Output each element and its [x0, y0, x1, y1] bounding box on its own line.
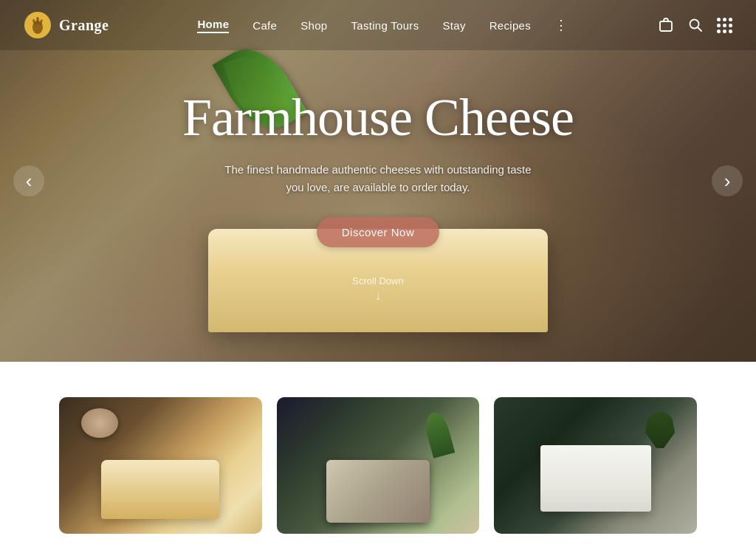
- product-cards-section: [0, 397, 756, 550]
- hero-content: Farmhouse Cheese The finest handmade aut…: [0, 0, 756, 362]
- product-card-2[interactable]: [277, 397, 480, 534]
- nav-shop[interactable]: Shop: [300, 19, 327, 32]
- logo-icon: [24, 11, 52, 39]
- svg-rect-5: [660, 21, 672, 31]
- section-gap: [0, 362, 756, 397]
- search-icon: [687, 17, 704, 33]
- svg-rect-2: [37, 17, 39, 24]
- carousel-next-button[interactable]: ›: [712, 165, 743, 196]
- nav-tasting-tours[interactable]: Tasting Tours: [351, 19, 419, 32]
- grid-icon: [717, 18, 732, 33]
- next-arrow-icon: ›: [724, 170, 731, 193]
- grid-menu-button[interactable]: [717, 18, 732, 33]
- carousel-prev-button[interactable]: ‹: [13, 165, 44, 196]
- svg-line-7: [698, 27, 701, 31]
- prev-arrow-icon: ‹: [26, 170, 32, 193]
- nav-home[interactable]: Home: [197, 18, 229, 33]
- hero-subtitle: The finest handmade authentic cheeses wi…: [223, 161, 533, 196]
- product-card-3[interactable]: [494, 397, 697, 534]
- nav-stay[interactable]: Stay: [442, 19, 465, 32]
- nav-cafe[interactable]: Cafe: [252, 19, 277, 32]
- search-button[interactable]: [687, 17, 704, 33]
- brand-logo[interactable]: Grange: [24, 11, 109, 39]
- hero-section: ‹ › Farmhouse Cheese The finest handmade…: [0, 0, 756, 362]
- navbar: Grange Home Cafe Shop Tasting Tours Stay…: [0, 0, 756, 50]
- brand-name: Grange: [59, 17, 109, 34]
- nav-recipes[interactable]: Recipes: [489, 19, 531, 32]
- scroll-label: Scroll Down: [352, 275, 403, 286]
- nav-links: Home Cafe Shop Tasting Tours Stay Recipe…: [197, 17, 569, 33]
- scroll-arrow-icon: ↓: [375, 289, 381, 303]
- discover-now-button[interactable]: Discover Now: [317, 217, 440, 247]
- nav-more[interactable]: ⋮: [554, 17, 569, 33]
- cart-icon: [658, 17, 674, 33]
- cart-button[interactable]: [658, 17, 674, 33]
- hero-title: Farmhouse Cheese: [182, 89, 574, 147]
- product-card-1[interactable]: [59, 397, 262, 534]
- navbar-actions: [658, 17, 732, 33]
- scroll-down-indicator: Scroll Down ↓: [352, 275, 403, 303]
